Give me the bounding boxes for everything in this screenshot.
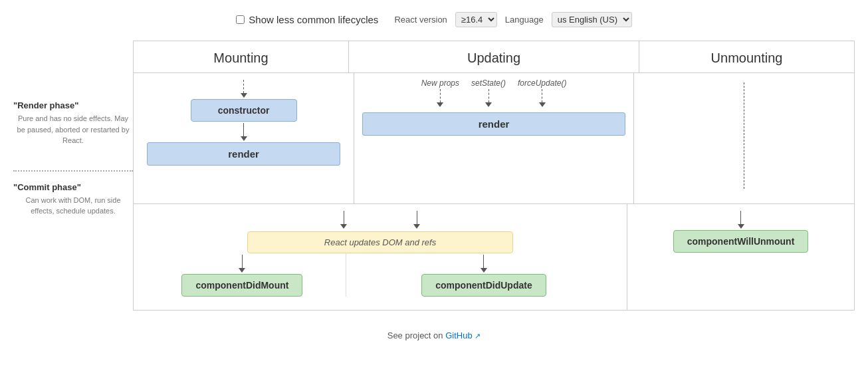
render-phase-title: "Render phase" xyxy=(13,100,133,110)
show-lifecycles-label: Show less common lifecycles xyxy=(249,14,378,25)
show-lifecycles-control: Show less common lifecycles xyxy=(236,14,378,25)
updating-header: Updating xyxy=(349,41,639,72)
component-did-update-box: componentDidUpdate xyxy=(421,274,546,297)
react-version-select[interactable]: ≥16.4 xyxy=(455,12,497,27)
dom-update-box: React updates DOM and refs xyxy=(247,231,513,253)
commit-phase-title: "Commit phase" xyxy=(13,182,133,192)
component-will-unmount-box: componentWillUnmount xyxy=(673,230,809,253)
language-select[interactable]: us English (US) xyxy=(552,12,632,27)
react-version-label: React version xyxy=(394,15,447,25)
footer: See project on GitHub ↗ xyxy=(387,330,481,340)
mounting-updating-commit-section: React updates DOM and refs componentDidM… xyxy=(134,204,627,310)
trigger-labels: New props setState() xyxy=(421,78,567,108)
render-box-updating: render xyxy=(362,112,625,136)
unmounting-dashed-line xyxy=(744,82,744,189)
arrow-dom-to-did-mount xyxy=(239,255,245,273)
set-state-label: setState() xyxy=(471,78,506,88)
render-phase-section: constructor render New props xyxy=(133,72,855,203)
component-did-mount-box: componentDidMount xyxy=(181,274,302,297)
commit-phase-desc: Can work with DOM, run side effects, sch… xyxy=(13,195,133,217)
render-phase-label-group: "Render phase" Pure and has no side effe… xyxy=(13,100,133,146)
footer-text: See project on xyxy=(387,330,445,340)
commit-arrows-top xyxy=(340,209,420,230)
commit-bottom-cols: componentDidMount componentDidUpdate xyxy=(139,253,621,297)
arrow-to-constructor xyxy=(241,80,247,98)
unmounting-render-section xyxy=(634,73,854,203)
main-content: "Render phase" Pure and has no side effe… xyxy=(0,34,868,324)
new-props-label: New props xyxy=(421,78,459,88)
arrow-mounting-to-dom xyxy=(340,211,347,229)
version-language-controls: React version ≥16.4 Language us English … xyxy=(394,12,631,27)
mounting-commit-col: componentDidMount xyxy=(139,253,346,297)
arrow-forceupdate xyxy=(539,89,546,107)
github-link[interactable]: GitHub ↗ xyxy=(445,330,481,340)
commit-phase-label-group: "Commit phase" Can work with DOM, run si… xyxy=(13,182,133,217)
render-box-mounting: render xyxy=(147,142,340,166)
force-update-label: forceUpdate() xyxy=(518,78,566,88)
external-link-icon: ↗ xyxy=(475,332,481,340)
arrow-new-props xyxy=(437,89,443,107)
commit-phase-section: React updates DOM and refs componentDidM… xyxy=(133,203,855,311)
render-phase-desc: Pure and has no side effects. May be pau… xyxy=(13,113,133,146)
arrow-to-will-unmount xyxy=(738,211,744,229)
mounting-header: Mounting xyxy=(134,41,349,72)
mounting-render-section: constructor render xyxy=(134,73,354,203)
arrow-updating-to-dom xyxy=(413,211,420,229)
lifecycle-diagram: Mounting Updating Unmounting constructor… xyxy=(133,41,855,311)
updating-commit-col: componentDidUpdate xyxy=(346,253,621,297)
top-bar: Show less common lifecycles React versio… xyxy=(0,0,868,34)
unmounting-commit-section: componentWillUnmount xyxy=(627,204,854,310)
show-lifecycles-checkbox[interactable] xyxy=(236,15,245,24)
unmounting-header: Unmounting xyxy=(639,41,854,72)
language-label: Language xyxy=(505,15,544,25)
phase-divider xyxy=(13,170,133,172)
column-headers: Mounting Updating Unmounting xyxy=(133,41,855,72)
arrow-setstate xyxy=(485,89,492,107)
arrow-dom-to-did-update xyxy=(481,255,487,273)
phase-labels: "Render phase" Pure and has no side effe… xyxy=(13,41,133,311)
arrow-constructor-to-render xyxy=(241,123,247,141)
updating-render-section: New props setState() xyxy=(354,73,634,203)
constructor-box: constructor xyxy=(191,99,297,122)
